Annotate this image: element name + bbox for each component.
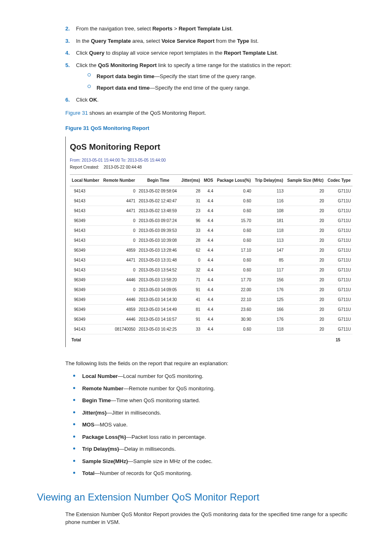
- table-cell: 2013-05-03 13:58:20: [137, 275, 180, 285]
- table-cell: G711U: [326, 324, 353, 334]
- total-value: 15: [326, 334, 353, 345]
- table-cell: G711U: [326, 304, 353, 314]
- table-cell: 2013-05-03 09:07:24: [137, 216, 180, 225]
- table-cell: 2013-05-02 12:40:47: [137, 196, 180, 206]
- table-header-row: Local NumberRemote NumberBegin TimeJitte…: [70, 174, 353, 186]
- table-row: 9634948592013-05-03 13:28:46624.417.1014…: [70, 245, 353, 255]
- table-header: Codec Type: [326, 174, 353, 186]
- table-cell: 94143: [70, 235, 101, 245]
- table-cell: 0: [101, 225, 137, 235]
- table-cell: 20: [285, 265, 326, 275]
- table-cell: 33: [180, 324, 202, 334]
- table-cell: 4.4: [202, 255, 215, 265]
- report-created: Report Created: 2013-05-22 00:44:48: [70, 164, 353, 170]
- table-cell: 0.60: [215, 265, 253, 275]
- table-cell: 31: [180, 196, 202, 206]
- field-name: Trip Delay(ms): [82, 446, 119, 452]
- report-figure: QoS Monitoring Report From: 2013-05-01 1…: [65, 137, 355, 347]
- report-date-range: From: 2013-05-01 15:44:00 To: 2013-05-05…: [70, 157, 353, 163]
- field-desc: —Remote number for QoS monitoring.: [123, 385, 215, 392]
- table-cell: 113: [253, 186, 285, 196]
- table-cell: 20: [285, 324, 326, 334]
- substep-list: Report data begin time—Specify the start…: [76, 72, 355, 92]
- table-cell: 2013-05-03 16:42:25: [137, 324, 180, 334]
- table-cell: 4.4: [202, 245, 215, 255]
- table-cell: 0: [101, 285, 137, 294]
- bullet-icon: [73, 375, 75, 377]
- table-cell: 15.70: [215, 216, 253, 225]
- field-item: Sample Size(MHz)—Sample size in MHz of t…: [82, 457, 355, 466]
- table-row: 9634902013-05-03 09:07:24964.415.7018120…: [70, 216, 353, 225]
- table-cell: 91: [180, 314, 202, 324]
- step-number: 5.: [65, 61, 70, 70]
- table-row: 9414344712013-05-03 13:31:4804.40.608520…: [70, 255, 353, 265]
- table-cell: 32: [180, 265, 202, 275]
- table-cell: 20: [285, 255, 326, 265]
- step-6: 6. Click OK.: [76, 96, 355, 104]
- table-cell: 2013-05-03 13:31:48: [137, 255, 180, 265]
- table-cell: G711U: [326, 314, 353, 324]
- table-cell: 94143: [70, 196, 101, 206]
- table-cell: 4471: [101, 196, 137, 206]
- table-cell: 94143: [70, 324, 101, 334]
- table-header: MOS: [202, 174, 215, 186]
- field-desc: —Local number for QoS monitoring.: [118, 373, 203, 379]
- table-header: Begin Time: [137, 174, 180, 186]
- figure-reference: Figure 31 shows an example of the QoS Mo…: [37, 109, 355, 117]
- table-cell: 4446: [101, 275, 137, 285]
- table-cell: 20: [285, 196, 326, 206]
- circle-bullet-icon: [88, 73, 91, 76]
- step-text: In the Query Template area, select Voice…: [76, 38, 258, 44]
- field-desc: —Packet loss ratio in percentage.: [126, 434, 206, 440]
- field-desc: —Number of records for QoS monitoring.: [95, 470, 192, 476]
- table-cell: 108: [253, 206, 285, 216]
- table-row: 9634902013-05-03 14:09:05914.422.0017620…: [70, 285, 353, 294]
- table-cell: 118: [253, 225, 285, 235]
- table-cell: 96349: [70, 275, 101, 285]
- table-cell: 2013-05-03 14:14:30: [137, 294, 180, 304]
- field-item: Remote Number—Remote number for QoS moni…: [82, 385, 355, 393]
- substep-end-time: Report data end time—Specify the end tim…: [97, 84, 355, 92]
- table-cell: 30.90: [215, 314, 253, 324]
- step-3: 3. In the Query Template area, select Vo…: [76, 37, 355, 45]
- table-cell: 2013-05-03 13:54:52: [137, 265, 180, 275]
- table-header: Remote Number: [101, 174, 137, 186]
- table-cell: 4.4: [202, 206, 215, 216]
- table-cell: 0.60: [215, 196, 253, 206]
- figure-link[interactable]: Figure 31: [65, 110, 88, 116]
- table-cell: 156: [253, 275, 285, 285]
- field-item: Trip Delay(ms)—Delay in milliseconds.: [82, 445, 355, 453]
- table-cell: 0: [180, 255, 202, 265]
- bullet-icon: [73, 387, 75, 389]
- table-cell: 20: [285, 294, 326, 304]
- table-cell: 4859: [101, 304, 137, 314]
- table-cell: 94143: [70, 255, 101, 265]
- table-cell: 116: [253, 196, 285, 206]
- table-row: 9414344712013-05-02 12:40:47314.40.60116…: [70, 196, 353, 206]
- field-desc: —Time when QoS monitoring started.: [111, 397, 200, 403]
- procedure-list: 2. From the navigation tree, select Repo…: [37, 25, 355, 104]
- table-cell: 28: [180, 235, 202, 245]
- table-cell: 20: [285, 216, 326, 225]
- bullet-icon: [73, 399, 75, 401]
- field-desc: —Sample size in MHz of the codec.: [128, 458, 212, 464]
- table-row: 941430817400502013-05-03 16:42:25334.40.…: [70, 324, 353, 334]
- bullet-icon: [73, 460, 75, 462]
- table-cell: 4.4: [202, 225, 215, 235]
- field-name: Sample Size(MHz): [82, 458, 128, 464]
- bullet-icon: [73, 472, 75, 474]
- table-cell: 20: [285, 245, 326, 255]
- step-number: 4.: [65, 49, 70, 57]
- field-desc: —Jitter in milliseconds.: [106, 410, 161, 416]
- table-cell: 166: [253, 304, 285, 314]
- table-cell: 125: [253, 294, 285, 304]
- field-name: Package Loss(%): [82, 434, 126, 440]
- table-cell: 96349: [70, 304, 101, 314]
- table-cell: 17.70: [215, 275, 253, 285]
- step-text: Click OK.: [76, 97, 99, 103]
- table-cell: 176: [253, 314, 285, 324]
- table-cell: 0.60: [215, 206, 253, 216]
- table-cell: 4.4: [202, 196, 215, 206]
- table-cell: 4446: [101, 314, 137, 324]
- table-cell: 4.4: [202, 235, 215, 245]
